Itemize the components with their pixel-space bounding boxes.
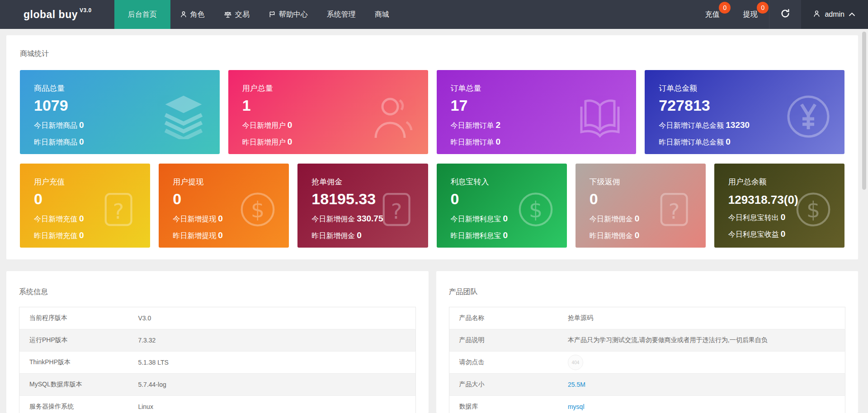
scales-icon	[224, 11, 232, 18]
svg-text:?: ?	[113, 199, 124, 224]
book-icon	[577, 94, 623, 139]
row-value: 抢单源码	[568, 307, 845, 329]
stat-card-goods-total: 商品总量1079今日新增商品0昨日新增商品0	[20, 70, 220, 154]
refresh-button[interactable]	[769, 0, 801, 29]
withdraw-button[interactable]: 提现0	[731, 0, 769, 29]
stat-card-interest-in: 利息宝转入0今日新增利息宝0昨日新增利息宝0$	[437, 164, 567, 248]
stat-card-subline: 昨日新增佣金0	[311, 230, 428, 241]
table-row: 运行PHP版本7.3.32	[19, 329, 416, 352]
row-label: MySQL数据库版本	[19, 374, 138, 396]
table-row: MySQL数据库版本5.7.44-log	[19, 374, 416, 396]
nav-item-label: 商城	[375, 10, 389, 19]
row-label: 产品说明	[449, 329, 568, 352]
system-info-title: 系统信息	[19, 287, 416, 297]
table-row: 产品大小25.5M	[449, 374, 845, 396]
user-menu[interactable]: admin	[801, 0, 868, 29]
product-team-title: 产品团队	[449, 287, 846, 297]
bottom-panels: 系统信息 当前程序版本V3.0运行PHP版本7.3.32ThinkPHP版本5.…	[6, 271, 858, 413]
app-logo: global buy V3.0	[24, 0, 92, 29]
dollar-icon: $	[516, 190, 555, 229]
stat-card-title: 用户充值	[34, 177, 150, 187]
row-value: V3.0	[138, 307, 415, 329]
stat-card-title: 订单总金额	[659, 83, 844, 94]
row-label: 服务器操作系统	[19, 396, 138, 413]
row-label: 运行PHP版本	[19, 329, 138, 352]
stat-card-grab-commission: 抢单佣金18195.33今日新增佣金330.75昨日新增佣金0?	[297, 164, 428, 248]
stat-card-subline: 今日利息宝收益0	[728, 229, 844, 239]
stat-card-title: 下级返佣	[590, 177, 706, 187]
layers-icon	[161, 94, 206, 139]
question-icon: ?	[99, 190, 138, 229]
stat-card-user-recharge: 用户充值0今日新增充值0昨日新增充值0?	[20, 164, 150, 248]
svg-text:$: $	[528, 197, 542, 222]
app-logo-text: global buy	[24, 9, 78, 21]
table-row: ThinkPHP版本5.1.38 LTS	[19, 352, 416, 374]
user-icon	[813, 10, 821, 19]
svg-text:$: $	[251, 197, 265, 222]
dollar-icon: $	[794, 190, 833, 229]
row-label: 当前程序版本	[19, 307, 138, 329]
stat-card-title: 利息宝转入	[451, 177, 567, 187]
nav-spacer	[399, 0, 693, 29]
nav-actions: 充值0提现0	[693, 0, 769, 29]
row-label: 产品大小	[449, 374, 568, 396]
row-label: ThinkPHP版本	[19, 352, 138, 374]
stats-panel: 商城统计 商品总量1079今日新增商品0昨日新增商品0用户总量1今日新增用户0昨…	[6, 35, 858, 259]
row-value: 5.7.44-log	[138, 374, 415, 396]
table-row: 当前程序版本V3.0	[19, 307, 416, 329]
stats-panel-title: 商城统计	[20, 35, 844, 70]
stats-row-1: 商品总量1079今日新增商品0昨日新增商品0用户总量1今日新增用户0昨日新增用户…	[20, 70, 844, 154]
chevron-up-icon	[849, 10, 855, 19]
system-info-table: 当前程序版本V3.0运行PHP版本7.3.32ThinkPHP版本5.1.38 …	[19, 307, 416, 413]
stat-card-subline: 昨日新增利息宝0	[451, 230, 567, 241]
nav-home[interactable]: 后台首页	[114, 0, 170, 29]
nav-item-label: 交易	[235, 10, 250, 19]
question-icon: ?	[655, 190, 694, 229]
stat-card-title: 抢单佣金	[311, 177, 428, 187]
value-link[interactable]: mysql	[568, 403, 585, 410]
main-content: 商城统计 商品总量1079今日新增商品0昨日新增商品0用户总量1今日新增用户0昨…	[0, 29, 868, 413]
row-label: 数据库	[449, 396, 568, 413]
svg-text:$: $	[807, 197, 821, 222]
stat-card-title: 用户提现	[173, 177, 289, 187]
nav-help[interactable]: 帮助中心	[259, 0, 317, 29]
refresh-icon	[780, 9, 790, 20]
nav-system[interactable]: 系统管理	[317, 0, 365, 29]
row-value: 本产品只为学习测试交流,请勿要做商业或者用于违法行为,一切后果自负	[568, 329, 845, 352]
yen-icon	[786, 94, 831, 139]
row-label: 请勿点击	[449, 352, 568, 374]
table-row: 产品名称抢单源码	[449, 307, 845, 329]
notification-badge: 0	[719, 2, 731, 14]
recharge-button[interactable]: 充值0	[693, 0, 731, 29]
user-icon	[180, 11, 187, 18]
row-value: 404	[568, 352, 845, 374]
stat-card-subline: 昨日新增提现0	[173, 230, 289, 241]
nav-trade[interactable]: 交易	[214, 0, 259, 29]
do-not-click-badge[interactable]: 404	[568, 355, 583, 370]
nav-item-label: 系统管理	[327, 10, 356, 19]
row-value: 7.3.32	[138, 329, 415, 352]
value-link[interactable]: 25.5M	[568, 381, 585, 388]
nav-mall[interactable]: 商城	[365, 0, 399, 29]
nav-menu: 后台首页角色交易帮助中心系统管理商城	[114, 0, 399, 29]
product-team-panel: 产品团队 产品名称抢单源码产品说明本产品只为学习测试交流,请勿要做商业或者用于违…	[436, 271, 859, 413]
nav-item-label: 帮助中心	[279, 10, 308, 19]
nav-roles[interactable]: 角色	[170, 0, 214, 29]
row-value: 5.1.38 LTS	[138, 352, 415, 374]
top-navbar: global buy V3.0 后台首页角色交易帮助中心系统管理商城 充值0提现…	[0, 0, 868, 29]
vertical-scrollbar[interactable]	[862, 32, 866, 190]
app-version: V3.0	[80, 7, 92, 14]
flag-icon	[269, 11, 276, 18]
stat-card-title: 用户总余额	[728, 177, 844, 187]
stat-card-user-total: 用户总量1今日新增用户0昨日新增用户0	[228, 70, 428, 154]
row-value: Linux	[138, 396, 415, 413]
nav-item-label: 角色	[190, 10, 205, 19]
stat-card-title: 用户总量	[242, 83, 428, 94]
stat-card-sub-rebate: 下级返佣0今日新增佣金0昨日新增佣金0?	[576, 164, 706, 248]
stat-card-subline: 昨日新增佣金0	[590, 230, 706, 241]
table-row: 产品说明本产品只为学习测试交流,请勿要做商业或者用于违法行为,一切后果自负	[449, 329, 845, 352]
table-row: 服务器操作系统Linux	[19, 396, 416, 413]
person-icon	[369, 94, 415, 139]
stats-row-2: 用户充值0今日新增充值0昨日新增充值0?用户提现0今日新增提现0昨日新增提现0$…	[20, 164, 844, 248]
product-team-table: 产品名称抢单源码产品说明本产品只为学习测试交流,请勿要做商业或者用于违法行为,一…	[449, 307, 846, 413]
